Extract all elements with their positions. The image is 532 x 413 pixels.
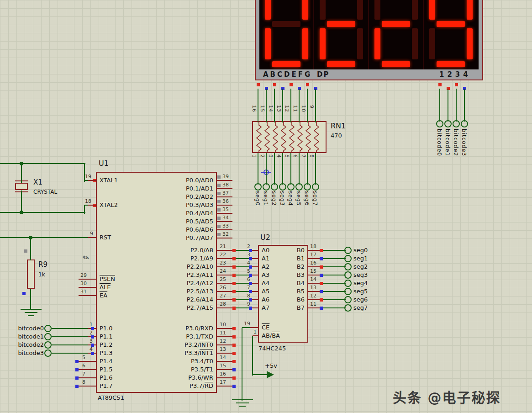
- wire-segment: [321, 299, 346, 300]
- pin-name-text: P2.3/A11: [187, 271, 213, 278]
- pin-name: A5: [262, 288, 269, 295]
- terminal-bitcode0-left[interactable]: [44, 325, 52, 332]
- pin-number-vertical: 6: [292, 154, 298, 158]
- x1-crystal[interactable]: [15, 183, 28, 190]
- wire-segment: [84, 205, 85, 214]
- pin-name: CE: [262, 324, 269, 331]
- segment-c: [357, 28, 363, 59]
- pin-state-indicator: [217, 184, 221, 187]
- wire-segment: [299, 153, 300, 185]
- pin-number-vertical: 1: [251, 154, 257, 158]
- pin-name: P1.6: [100, 374, 113, 381]
- pin-number: 19: [85, 174, 91, 180]
- terminal-bitcode3-left[interactable]: [44, 349, 52, 357]
- seven-seg-digit: [424, 0, 479, 69]
- net-label-seg6: seg6: [304, 191, 310, 206]
- terminal-seg2-right[interactable]: [344, 263, 352, 270]
- pin-name-text: P0.5/AD5: [186, 218, 213, 225]
- segment-b: [357, 0, 363, 20]
- pin-number: 3: [90, 338, 93, 344]
- terminal-bitcode1-top[interactable]: [444, 120, 452, 127]
- terminal-seg3[interactable]: [279, 183, 286, 191]
- pin-name-text: P0.0/AD0: [186, 177, 213, 184]
- terminal-seg0[interactable]: [254, 183, 262, 191]
- terminal-seg7[interactable]: [312, 183, 319, 191]
- pin-state-indicator: [232, 298, 236, 302]
- terminal-bitcode2-left[interactable]: [44, 341, 52, 349]
- wire-segment: [456, 89, 457, 122]
- pin-state-indicator: [75, 376, 79, 380]
- pin-name-text: B1: [297, 255, 305, 262]
- pin-name-text: B5: [297, 288, 305, 295]
- pin-number: 12: [310, 293, 316, 299]
- pin-number: 26: [220, 285, 226, 291]
- seven-seg-digit: [259, 0, 314, 69]
- pin-name: P2.5/A13: [187, 288, 213, 295]
- pin-name: P1.1: [100, 333, 113, 340]
- pin-name-text: P0.6/AD6: [186, 226, 213, 233]
- pin-state-indicator: [232, 265, 236, 269]
- terminal-bitcode3-top[interactable]: [461, 120, 468, 127]
- pin-number: 28: [220, 301, 226, 307]
- pin-stub: [79, 369, 97, 370]
- net-label-seg4-right: seg4: [353, 280, 368, 287]
- terminal-seg7-right[interactable]: [344, 304, 352, 312]
- pin-name: P3.5/T1: [191, 366, 213, 373]
- terminal-seg1[interactable]: [263, 183, 270, 191]
- pin-number-vertical: 9: [309, 105, 315, 109]
- terminal-seg6[interactable]: [304, 183, 311, 191]
- wire-segment: [321, 258, 346, 259]
- pin-name: AB/BA: [262, 332, 280, 339]
- terminal-seg4[interactable]: [287, 183, 295, 191]
- pin-number: 2: [247, 244, 250, 249]
- segment-g: [437, 21, 465, 27]
- net-label-bitcode3: bitcode3: [461, 129, 467, 156]
- pin-state-indicator: [232, 257, 236, 260]
- net-label-seg4: seg4: [287, 191, 294, 206]
- terminal-bitcode1-left[interactable]: [44, 333, 52, 340]
- pin-number: 18: [310, 244, 316, 249]
- terminal-seg0-right[interactable]: [344, 247, 352, 254]
- terminal-seg6-right[interactable]: [344, 296, 352, 303]
- pin-number-vertical: 16: [251, 105, 257, 112]
- pin-name-overline: BA: [272, 332, 280, 339]
- terminal-seg2[interactable]: [271, 183, 278, 191]
- pin-name: P2.0/A8: [190, 247, 213, 254]
- pin-stub: [250, 327, 259, 328]
- net-label-bitcode1: bitcode1: [444, 129, 451, 156]
- net-label-seg0: seg0: [254, 191, 261, 206]
- r9-resistor[interactable]: [27, 259, 35, 289]
- pin-name: P2.4/A12: [187, 280, 213, 287]
- pin-number: 1: [253, 329, 257, 335]
- pin-name-text: P0.7/AD7: [186, 234, 213, 241]
- pin-number-vertical: 3: [268, 154, 274, 158]
- pin-name: P0.6/AD6: [186, 226, 213, 233]
- pin-state-indicator: [217, 192, 221, 195]
- pin-state-indicator: [232, 385, 236, 388]
- wire-junction: [20, 162, 23, 165]
- terminal-seg1-right[interactable]: [344, 255, 352, 262]
- pin-stub: [217, 221, 232, 222]
- seven-seg-display[interactable]: ABCDEFG DP 1234: [255, 0, 483, 80]
- wire-segment: [274, 89, 275, 122]
- terminal-seg5[interactable]: [295, 183, 303, 191]
- pin-state-indicator: [232, 344, 236, 347]
- pin-name-text: P2.1/A9: [190, 255, 213, 262]
- terminal-bitcode0-top[interactable]: [436, 120, 443, 127]
- terminal-seg3-right[interactable]: [344, 271, 352, 279]
- pin-stub: [217, 238, 232, 238]
- pin-state-indicator: [75, 360, 79, 363]
- wire-junction: [20, 211, 23, 214]
- terminal-seg4-right[interactable]: [344, 280, 352, 287]
- pin-state-indicator: [438, 83, 442, 86]
- net-label-seg5-right: seg5: [353, 288, 368, 295]
- rn1-resistor-network[interactable]: [252, 121, 327, 153]
- pin-number-vertical: 10: [300, 105, 306, 112]
- pin-number-vertical: 2: [259, 154, 265, 158]
- net-label-seg7-right: seg7: [353, 304, 368, 312]
- pin-number: 4: [247, 260, 250, 266]
- net-label-bitcode0: bitcode0: [436, 129, 442, 156]
- terminal-seg5-right[interactable]: [344, 288, 352, 295]
- pin-name: P0.5/AD5: [186, 218, 213, 225]
- terminal-bitcode2-top[interactable]: [453, 120, 460, 127]
